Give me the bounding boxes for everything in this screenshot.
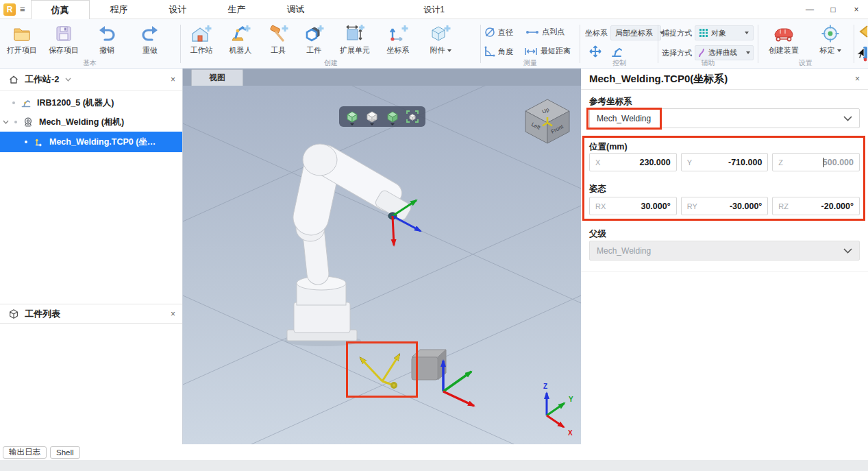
- chevron-down-icon: [843, 248, 852, 254]
- calibrate-button[interactable]: 标定: [812, 23, 849, 56]
- nav-axes: Z Y X: [543, 383, 573, 437]
- frame-mode-select[interactable]: 局部坐标系: [610, 25, 661, 40]
- calibrate-dropdown-caret[interactable]: [837, 49, 841, 52]
- add-tool-button[interactable]: 工具: [260, 23, 296, 56]
- car-icon: [772, 24, 795, 43]
- snap-mode-label: 捕捉方式: [662, 28, 692, 38]
- reference-frame-select[interactable]: Mech_Welding: [589, 108, 860, 128]
- position-z-input[interactable]: Z 500.000: [772, 153, 860, 171]
- sidebar: 工作站-2 × IRB1200_5 (机器人) Mech_Welding (相机…: [0, 69, 183, 444]
- save-project-button[interactable]: 保存项目: [42, 23, 85, 56]
- shortest-distance-icon: [524, 47, 538, 56]
- tab-production[interactable]: 生产: [208, 0, 266, 19]
- svg-text:Y: Y: [569, 396, 573, 403]
- ribbon: 打开项目 保存项目 撤销: [0, 19, 868, 69]
- move-icon[interactable]: [589, 45, 602, 58]
- snap-grid-icon: [699, 29, 708, 37]
- add-robot-button[interactable]: 机器人: [221, 23, 260, 56]
- create-device-button[interactable]: 创建装置: [762, 23, 805, 56]
- posture-rx-input[interactable]: RX 30.000°: [589, 197, 677, 215]
- calibrate-icon: [821, 24, 840, 43]
- tab-simulation[interactable]: 仿真: [31, 0, 90, 19]
- add-frame-button[interactable]: 坐标系: [378, 23, 418, 56]
- tool-icon: [268, 24, 288, 43]
- add-workpiece-button[interactable]: 工件: [296, 23, 332, 56]
- yellow-path-marker: [360, 354, 399, 388]
- save-icon: [55, 24, 73, 43]
- snap-mode-select[interactable]: 对象: [695, 25, 754, 40]
- ground-grid: [183, 86, 581, 444]
- tab-program[interactable]: 程序: [90, 0, 149, 19]
- reference-frame-label: 参考坐标系: [589, 96, 632, 108]
- scene-tree: IRB1200_5 (机器人) Mech_Welding (相机) Mech_W…: [0, 93, 182, 152]
- undo-button[interactable]: 撤销: [85, 23, 129, 56]
- view-cube[interactable]: Up Left Front: [525, 99, 569, 143]
- tree-item-tcp0[interactable]: Mech_Welding.TCP0 (坐…: [0, 132, 182, 152]
- hamburger-menu-icon[interactable]: ≡: [20, 4, 25, 14]
- svg-text:Z: Z: [543, 383, 547, 390]
- close-button[interactable]: ×: [845, 0, 868, 19]
- application-window: R ≡ 仿真 程序 设计 生产 调试 设计1 — □ × 打开项目: [0, 0, 868, 471]
- parent-select[interactable]: Mech_Welding: [589, 241, 860, 261]
- app-logo-icon[interactable]: R: [3, 3, 16, 16]
- shell-tab[interactable]: Shell: [50, 446, 80, 459]
- add-attachment-button[interactable]: 附件: [418, 23, 463, 56]
- viewport-view-toolbar: [339, 106, 425, 127]
- close-workpiece-panel-button[interactable]: ×: [171, 309, 175, 319]
- parent-label: 父级: [589, 228, 606, 240]
- output-log-tab[interactable]: 输出日志: [3, 446, 47, 459]
- diameter-icon: [484, 27, 495, 38]
- world-frame-triad: [443, 361, 474, 406]
- workpiece-list-header: 工件列表 ×: [0, 304, 182, 324]
- posture-label: 姿态: [589, 183, 606, 195]
- open-project-button[interactable]: 打开项目: [1, 23, 42, 56]
- minimize-button[interactable]: —: [798, 0, 821, 19]
- tree-item-camera[interactable]: Mech_Welding (相机): [0, 112, 182, 132]
- measure-shortest-distance-button[interactable]: 最短距离: [524, 46, 571, 56]
- tab-debug[interactable]: 调试: [266, 0, 325, 19]
- jog-robot-icon[interactable]: [611, 45, 623, 58]
- select-mode-label: 选择方式: [662, 48, 692, 58]
- workstation-icon: [191, 24, 212, 43]
- redo-icon: [140, 24, 160, 43]
- mouse-cursor: [856, 48, 865, 59]
- position-y-input[interactable]: Y -710.000: [681, 153, 769, 171]
- viewport-tab-view[interactable]: 视图: [191, 69, 243, 86]
- posture-rz-input[interactable]: RZ -20.000°: [772, 197, 860, 215]
- camera-box: [412, 350, 446, 380]
- expand-chevron-icon[interactable]: [3, 120, 9, 124]
- maximize-button[interactable]: □: [821, 0, 845, 19]
- properties-panel: Mech_Welding.TCP0(坐标系) × 参考坐标系 Mech_Weld…: [581, 69, 868, 444]
- measure-p2p-button[interactable]: 点到点: [525, 27, 565, 37]
- view-solid-button[interactable]: [384, 108, 401, 125]
- chevron-down-icon: [843, 116, 852, 121]
- posture-ry-input[interactable]: RY -30.000°: [681, 197, 769, 215]
- viewport-tabstrip: 视图: [183, 69, 581, 86]
- close-properties-panel-button[interactable]: ×: [855, 74, 860, 84]
- frame-icon: [388, 24, 408, 43]
- svg-text:X: X: [568, 429, 573, 437]
- chevron-down-icon[interactable]: [65, 77, 71, 82]
- view-shaded-button[interactable]: [363, 108, 381, 125]
- view-isometric-button[interactable]: [343, 108, 361, 125]
- redo-button[interactable]: 重做: [129, 23, 171, 56]
- camera-icon: [23, 117, 34, 128]
- position-label: 位置(mm): [589, 141, 628, 153]
- attachment-dropdown-caret[interactable]: [447, 49, 451, 52]
- tree-item-robot[interactable]: IRB1200_5 (机器人): [0, 93, 182, 112]
- add-extension-unit-button[interactable]: 扩展单元: [332, 23, 378, 56]
- menu-tab-bar: 仿真 程序 设计 生产 调试: [31, 0, 325, 19]
- frame-mode-label: 坐标系: [585, 28, 608, 38]
- folder-icon: [12, 24, 32, 43]
- close-tree-panel-button[interactable]: ×: [171, 75, 175, 84]
- viewport-canvas[interactable]: Up Left Front Z Y X: [183, 86, 581, 444]
- workpiece-icon: [303, 24, 324, 43]
- measure-diameter-button[interactable]: 直径: [484, 27, 513, 38]
- add-workstation-button[interactable]: 工作站: [182, 23, 221, 56]
- position-x-input[interactable]: X 230.000: [589, 153, 677, 171]
- cube-outline-icon: [8, 309, 19, 319]
- measure-angle-button[interactable]: 角度: [484, 46, 513, 57]
- tree-robot-icon: [21, 97, 32, 108]
- tab-design[interactable]: 设计: [149, 0, 208, 19]
- zoom-fit-button[interactable]: [404, 108, 421, 125]
